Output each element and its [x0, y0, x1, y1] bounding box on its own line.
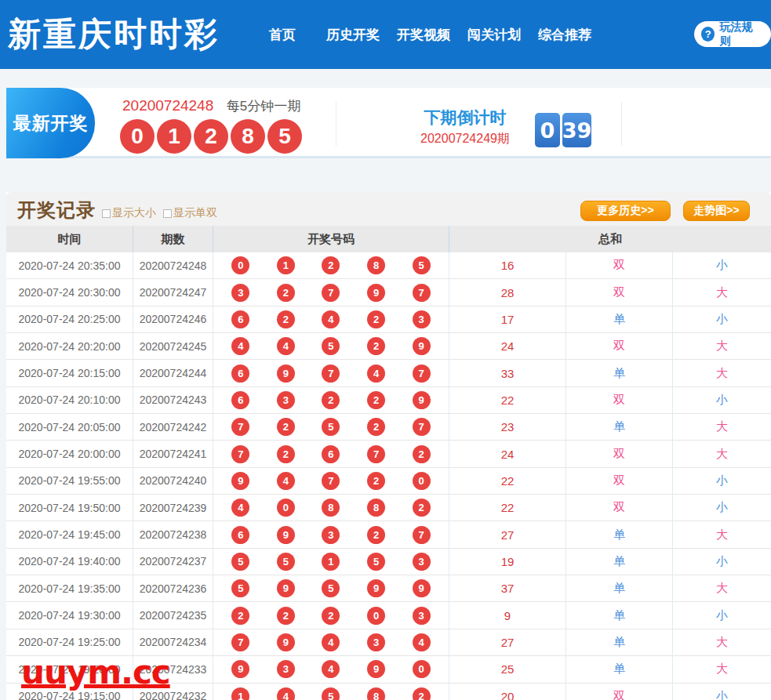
sum-cell: 27: [449, 521, 566, 547]
number-ball: 4: [277, 337, 295, 355]
oddeven-cell: 双: [566, 441, 673, 466]
number-ball: 3: [277, 391, 295, 409]
column-header-sum: 总和: [449, 226, 771, 252]
table-row: 2020-07-24 20:00:00202007242417267224双大: [6, 441, 771, 467]
sum-cell: 25: [449, 656, 566, 682]
number-ball: 6: [231, 310, 249, 328]
number-ball: 2: [367, 418, 385, 436]
number-ball: 2: [413, 445, 431, 463]
site-title: 新重庆时时彩: [8, 13, 220, 56]
table-row: 2020-07-24 19:35:00202007242365959937单大: [6, 575, 771, 602]
period-cell: 20200724244: [133, 360, 213, 386]
number-ball: 2: [367, 310, 385, 328]
numbers-cell: 62423: [213, 306, 449, 332]
show-oddeven-checkbox[interactable]: [163, 209, 172, 218]
sum-cell: 22: [449, 495, 566, 520]
number-ball: 5: [322, 579, 340, 597]
bigsmall-cell: 小: [673, 495, 771, 520]
countdown-timer: 0 39: [535, 113, 591, 147]
number-ball: 7: [231, 445, 249, 463]
number-ball: 3: [413, 607, 431, 625]
number-ball: 4: [322, 310, 340, 328]
sum-cell: 17: [449, 306, 566, 332]
column-header-numbers: 开奖号码: [213, 226, 449, 252]
table-row: 2020-07-24 19:45:00202007242386932727单大: [6, 521, 771, 548]
number-ball: 8: [322, 499, 340, 517]
numbers-cell: 72672: [213, 441, 449, 466]
more-history-button[interactable]: 更多历史>>: [580, 201, 671, 221]
number-ball: 9: [277, 365, 295, 383]
sum-cell: 16: [449, 252, 566, 278]
number-ball: 2: [322, 256, 340, 274]
table-row: 2020-07-24 20:35:00202007242480128516双小: [6, 252, 771, 279]
oddeven-cell: 单: [566, 575, 673, 601]
next-period: 20200724249期: [398, 131, 532, 147]
table-row: 2020-07-24 20:20:00202007242454452924双大: [6, 333, 771, 360]
number-ball: 7: [231, 418, 249, 436]
time-cell: 2020-07-24 19:25:00: [6, 629, 133, 655]
time-cell: 2020-07-24 20:15:00: [6, 360, 133, 386]
period-cell: 20200724246: [133, 306, 213, 332]
time-cell: 2020-07-24 19:30:00: [6, 602, 133, 628]
number-ball: 4: [277, 472, 295, 490]
sum-cell: 27: [449, 629, 566, 655]
nav-item-home[interactable]: 首页: [247, 26, 318, 44]
records-panel-head: 开奖记录 显示大小 显示单双 更多历史>> 走势图>>: [6, 192, 771, 226]
numbers-cell: 72527: [213, 414, 449, 440]
sum-cell: 24: [449, 333, 566, 359]
number-ball: 1: [322, 553, 340, 571]
watermark: uuym.cc: [21, 653, 170, 691]
trend-chart-button[interactable]: 走势图>>: [683, 201, 750, 221]
show-oddeven-label: 显示单双: [173, 206, 217, 220]
show-bigsmall-label: 显示大小: [112, 206, 156, 220]
oddeven-cell: 单: [566, 549, 673, 575]
number-ball: 5: [231, 579, 249, 597]
time-cell: 2020-07-24 20:25:00: [6, 306, 133, 332]
show-oddeven-option[interactable]: 显示单双: [163, 206, 217, 220]
oddeven-cell: 单: [566, 629, 673, 655]
number-ball: 9: [413, 337, 431, 355]
numbers-cell: 93490: [213, 656, 449, 682]
table-row: 2020-07-24 20:30:00202007242473279728双大: [6, 279, 771, 306]
sum-cell: 37: [449, 575, 566, 601]
time-cell: 2020-07-24 20:05:00: [6, 414, 133, 440]
nav-item-recommend[interactable]: 综合推荐: [529, 26, 600, 44]
period-cell: 20200724238: [133, 521, 213, 547]
countdown-minutes: 0: [535, 113, 560, 147]
period-cell: 20200724245: [133, 333, 213, 359]
numbers-cell: 63229: [213, 387, 449, 413]
nav-item-history[interactable]: 历史开奖: [318, 26, 388, 44]
number-ball: 3: [367, 633, 385, 651]
number-ball: 2: [277, 445, 295, 463]
bigsmall-cell: 小: [673, 549, 771, 575]
bigsmall-cell: 小: [673, 468, 771, 494]
show-bigsmall-option[interactable]: 显示大小: [102, 206, 156, 220]
period-cell: 20200724243: [133, 387, 213, 413]
number-ball: 2: [367, 391, 385, 409]
number-ball: 6: [231, 365, 249, 383]
main-nav: 首页 历史开奖 开奖视频 闯关计划 综合推荐: [247, 0, 600, 69]
number-ball: 2: [277, 310, 295, 328]
oddeven-cell: 单: [566, 306, 673, 332]
oddeven-cell: 双: [566, 468, 673, 494]
column-header-time: 时间: [6, 226, 133, 252]
period-cell: 20200724235: [133, 602, 213, 628]
table-row: 2020-07-24 20:15:00202007242446974733单大: [6, 360, 771, 386]
number-ball: 7: [231, 633, 249, 651]
number-ball: 6: [231, 391, 249, 409]
oddeven-cell: 双: [566, 684, 673, 700]
numbers-cell: 79434: [213, 629, 449, 655]
rules-button[interactable]: ? 玩法规则: [694, 21, 771, 47]
card-divider: [336, 102, 336, 146]
show-bigsmall-checkbox[interactable]: [102, 209, 111, 218]
table-row: 2020-07-24 19:50:00202007242394088222双小: [6, 495, 771, 521]
period-cell: 20200724248: [133, 252, 213, 278]
nav-item-video[interactable]: 开奖视频: [388, 26, 459, 44]
number-ball: 3: [231, 284, 249, 302]
table-row: 2020-07-24 20:05:00202007242427252723单大: [6, 414, 771, 441]
time-cell: 2020-07-24 19:35:00: [6, 575, 133, 601]
draw-ball: 5: [267, 119, 302, 154]
nav-item-pass-plan[interactable]: 闯关计划: [459, 26, 529, 44]
sum-cell: 22: [449, 468, 566, 494]
number-ball: 5: [277, 553, 295, 571]
